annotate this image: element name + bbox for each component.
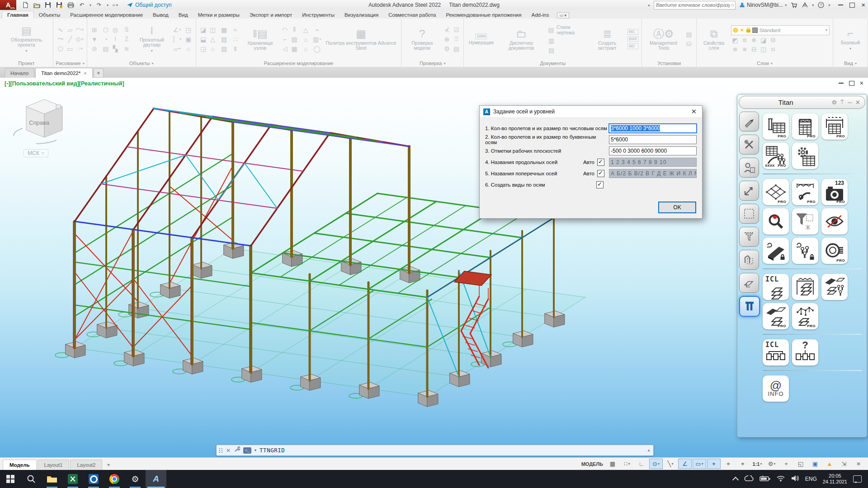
open-file-icon[interactable] (33, 1, 40, 9)
document-manager-button[interactable]: 🗀︎ Диспетчер документов (498, 28, 544, 51)
taskbar-advance-steel-button[interactable]: A (146, 470, 166, 488)
layer-off-icon[interactable]: ◩ (731, 36, 739, 44)
plate-icon[interactable]: ▱▾ (173, 45, 181, 53)
deck-joint-icon[interactable]: ▦ (290, 45, 298, 53)
share-button[interactable]: Общий доступ (127, 2, 172, 8)
grid-toggle[interactable]: ▦ (606, 459, 619, 469)
line-icon[interactable]: ╱ (66, 35, 74, 43)
tile-frame-layers[interactable] (792, 274, 818, 300)
new-layout-button[interactable]: + (103, 460, 113, 470)
anchor-icon[interactable]: Ⅱ (231, 45, 240, 53)
polyline-icon[interactable]: ∿ (57, 26, 65, 34)
taskbar-excel-button[interactable] (62, 470, 83, 488)
layer-color-swatch[interactable] (752, 28, 758, 33)
layer-walk-icon[interactable]: ⧅ (769, 45, 777, 53)
dots-icon[interactable]: ∷ (231, 35, 240, 43)
base-view-button[interactable]: ⌐ Базовый▾ (836, 28, 864, 51)
tile-icl-layers[interactable]: ICL (763, 274, 789, 300)
redo-caret-icon[interactable]: ▾ (107, 3, 108, 7)
cone-icon[interactable]: △ (209, 35, 217, 43)
restore-button[interactable] (849, 3, 855, 8)
search-input[interactable] (655, 2, 731, 8)
command-close-icon[interactable]: ✕︎ (226, 447, 231, 454)
layout1-tab[interactable]: Layout1 (38, 460, 70, 470)
annotation-monitor-icon[interactable]: ▣ (808, 459, 822, 469)
center-gravity-icon[interactable]: ⊕ (443, 35, 451, 43)
model-space-button[interactable]: МОДЕЛЬ (580, 459, 605, 469)
palette-minimize-icon[interactable]: ─ (848, 99, 852, 105)
tab-extended-modeling[interactable]: Расширенное моделирование (65, 11, 148, 19)
nc-icon[interactable]: NC (627, 29, 638, 35)
autodesk-apps-icon[interactable] (801, 1, 808, 9)
rotate-beam-icon[interactable]: ◔ (102, 35, 110, 43)
snap-toggle[interactable]: ∷▾ (620, 459, 634, 469)
viewport-restore-icon[interactable] (849, 81, 854, 86)
create-views-checkbox[interactable] (596, 181, 604, 188)
redo-icon[interactable]: ↷ (95, 1, 103, 9)
layer-on-icon[interactable] (733, 28, 738, 33)
viewport-close-icon[interactable]: × (860, 80, 863, 87)
model-check-button[interactable]: ? Проверка модели (405, 28, 439, 51)
tab-labels-dimensions[interactable]: Метки и размеры (193, 11, 245, 19)
dxf-icon[interactable]: DXF (627, 36, 638, 42)
dialog-close-button[interactable]: ✕︎ (689, 108, 698, 116)
ortho-toggle[interactable]: ∟ (635, 459, 648, 469)
rail-selection-button[interactable] (739, 204, 759, 224)
polygon-icon[interactable]: ⬠ (57, 45, 65, 53)
tile-info[interactable]: @ INFO (763, 375, 789, 402)
polar-tracking-toggle[interactable]: ⊙▾ (649, 459, 663, 469)
tile-beam-bolt-layers[interactable] (821, 274, 848, 300)
rail-user-settings-button[interactable] (739, 158, 759, 178)
twist-beam-icon[interactable]: ◎ (111, 26, 119, 34)
volume-icon[interactable] (791, 475, 799, 483)
tab-objects[interactable]: Объекты (34, 11, 65, 19)
clean-screen-button[interactable]: ⇲ (837, 459, 851, 469)
process-icon[interactable]: ▥ (547, 37, 556, 45)
nc-settings-icon[interactable]: NC (627, 43, 638, 49)
rolled-beam-button[interactable]: Ｉ Прокатный двутавр▾ (134, 25, 170, 53)
taskbar-explorer-button[interactable] (42, 470, 62, 488)
tile-frame-table-pro[interactable]: PRO (792, 113, 818, 140)
railing-icon[interactable]: ▥▾ (313, 35, 321, 43)
rail-profiles-button[interactable] (739, 273, 759, 293)
tile-purlin-table-pro[interactable]: PRO (821, 113, 848, 140)
workspace-switch-button[interactable]: ⚙︎▾ (765, 459, 778, 469)
rail-clip-button[interactable] (739, 250, 759, 270)
layer-thaw-icon[interactable]: ☀︎ (740, 27, 745, 33)
tab-collaborate[interactable]: Совместная работа (383, 11, 441, 19)
layer-on2-icon[interactable]: ⧇ (731, 45, 739, 53)
app-menu-button[interactable]: A STL (0, 0, 16, 10)
tile-grid-mesh-pro[interactable]: PRO (763, 179, 789, 205)
tab-tools[interactable]: Инструменты (297, 11, 340, 19)
poly-beam-icon[interactable]: Ｚ (123, 35, 131, 43)
palette-settings-icon[interactable]: ⚙︎ (831, 99, 837, 105)
action-center-icon[interactable] (853, 475, 862, 483)
tile-update-bolts-locked[interactable] (792, 238, 818, 264)
layer-lock-icon[interactable]: ◪ (760, 36, 768, 44)
tab-recommended-apps[interactable]: Рекомендованные приложения (441, 11, 526, 19)
app-store-icon[interactable] (790, 1, 797, 9)
create-extract-button[interactable]: ≣ Создать экстракт (590, 28, 625, 51)
layer-state-icon[interactable]: ⊟ (750, 45, 758, 53)
rectangle-icon[interactable]: ▭ (66, 45, 74, 53)
curved-beam-icon[interactable]: Ｓ (123, 26, 131, 34)
grating-icon[interactable]: ▩ (220, 26, 228, 34)
arc-icon[interactable]: ◠▾ (75, 26, 84, 34)
building-icon[interactable]: ⌂ (302, 45, 310, 53)
new-doc-tab-button[interactable]: + (94, 68, 104, 78)
account-button[interactable]: 👤︎ NinovSM@bi... ▾ (739, 2, 787, 9)
doc-tab-start[interactable]: Начало (5, 68, 34, 78)
rail-draw-button[interactable] (739, 112, 759, 131)
layer-prev-icon[interactable]: ⧆ (741, 45, 749, 53)
compound-beam-icon[interactable]: ≋ (123, 45, 131, 53)
joint-storage-button[interactable]: ‖▤ Хранилище узлов (243, 28, 278, 51)
language-indicator[interactable]: ENG (805, 476, 817, 482)
battery-icon[interactable] (760, 475, 770, 483)
plate-bend-icon[interactable]: ⌂ (209, 45, 217, 53)
autosnap-toggle[interactable]: ⌖ (707, 459, 721, 469)
defaults-icon[interactable]: ▤ (685, 30, 693, 38)
grating2-icon[interactable]: ▨ (220, 35, 228, 43)
audit-icon[interactable]: ☑ (452, 26, 460, 34)
annotation-scale-button[interactable]: 1:1▾ (750, 459, 764, 469)
command-grip-icon[interactable] (219, 448, 223, 453)
